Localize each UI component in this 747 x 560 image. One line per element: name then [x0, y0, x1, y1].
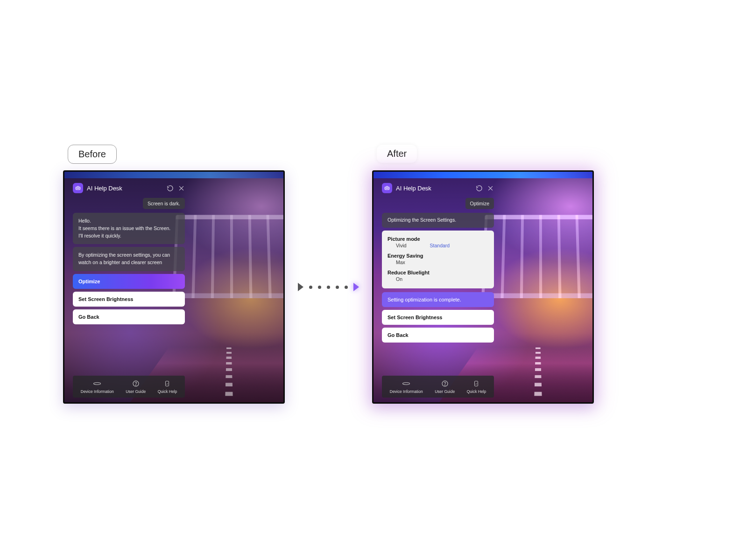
tv-after: AI Help Desk Optimize Optimizing the Scr… — [372, 170, 594, 404]
after-label: After — [377, 145, 417, 163]
refresh-icon[interactable] — [166, 184, 174, 192]
go-back-button[interactable]: Go Back — [73, 309, 185, 324]
setting-label: Energy Saving — [388, 253, 488, 259]
bot-icon — [382, 183, 392, 193]
complete-banner: Setting optimization is complete. — [382, 292, 494, 307]
device-info-icon — [402, 380, 410, 387]
user-message-row: Screen is dark. — [73, 198, 185, 209]
footer-label: Device Information — [81, 389, 114, 394]
footer-user-guide[interactable]: User Guide — [435, 380, 455, 394]
svg-point-12 — [444, 385, 445, 385]
footer-label: Quick Help — [467, 389, 486, 394]
before-label: Before — [68, 145, 117, 164]
user-message-row: Optimize — [382, 198, 494, 209]
footer-label: User Guide — [126, 389, 146, 394]
svg-point-8 — [386, 188, 387, 189]
assistant-message-1: Hello. It seems there is an issue with t… — [73, 213, 185, 244]
chevron-right-icon — [298, 283, 303, 291]
after-group: After AI Help Desk Optimize — [372, 170, 594, 404]
before-group: Before AI Help Desk Screen — [63, 170, 285, 404]
close-icon[interactable] — [177, 184, 185, 192]
svg-point-5 — [135, 385, 136, 385]
settings-card: Picture mode Vivid Standard Energy Savin… — [382, 231, 494, 288]
panel-footer: Device Information User Guide Quick Help — [73, 376, 185, 398]
svg-point-2 — [78, 188, 79, 189]
user-chip: Screen is dark. — [143, 198, 185, 209]
panel-header: AI Help Desk — [382, 183, 494, 193]
setting-value: On — [396, 276, 402, 282]
quick-help-icon — [163, 380, 171, 387]
panel-title: AI Help Desk — [396, 185, 472, 192]
setting-label: Picture mode — [388, 236, 488, 242]
svg-rect-0 — [76, 187, 80, 190]
tv-before: AI Help Desk Screen is dark. Hello. It s… — [63, 170, 285, 404]
setting-value-target: Standard — [430, 243, 450, 248]
go-back-button[interactable]: Go Back — [382, 328, 494, 343]
refresh-icon[interactable] — [475, 184, 483, 192]
footer-device-info[interactable]: Device Information — [390, 380, 423, 394]
footer-label: Device Information — [390, 389, 423, 394]
device-info-icon — [93, 380, 101, 387]
transition-arrow — [293, 283, 364, 291]
svg-rect-6 — [166, 381, 169, 386]
panel-title: AI Help Desk — [87, 185, 162, 192]
set-brightness-button[interactable]: Set Screen Brightness — [73, 292, 185, 307]
svg-point-9 — [388, 188, 388, 189]
svg-point-1 — [77, 188, 78, 189]
setting-label: Reduce Bluelight — [388, 270, 488, 275]
ai-help-desk-panel: AI Help Desk Optimize Optimizing the Scr… — [382, 183, 494, 345]
footer-quick-help[interactable]: Quick Help — [467, 380, 486, 394]
footer-label: Quick Help — [158, 389, 177, 394]
close-icon[interactable] — [486, 184, 494, 192]
footer-label: User Guide — [435, 389, 455, 394]
status-message: Optimizing the Screen Settings. — [382, 213, 494, 228]
panel-header: AI Help Desk — [73, 183, 185, 193]
set-brightness-button[interactable]: Set Screen Brightness — [382, 310, 494, 325]
footer-device-info[interactable]: Device Information — [81, 380, 114, 394]
setting-value-current: Vivid — [396, 243, 407, 248]
bot-icon — [73, 183, 83, 193]
help-circle-icon — [132, 380, 140, 387]
svg-point-3 — [94, 383, 101, 385]
setting-value: Max — [396, 259, 405, 265]
comparison-stage: Before AI Help Desk Screen — [63, 170, 594, 404]
footer-user-guide[interactable]: User Guide — [126, 380, 146, 394]
ai-help-desk-panel: AI Help Desk Screen is dark. Hello. It s… — [73, 183, 185, 327]
svg-rect-13 — [475, 381, 478, 386]
assistant-message-2: By optimizing the screen settings, you c… — [73, 247, 185, 271]
quick-help-icon — [472, 380, 480, 387]
footer-quick-help[interactable]: Quick Help — [158, 380, 177, 394]
svg-point-10 — [403, 383, 410, 385]
user-chip: Optimize — [465, 198, 494, 209]
optimize-button[interactable]: Optimize — [73, 274, 185, 289]
panel-footer: Device Information User Guide Quick Help — [382, 376, 494, 398]
chevron-right-icon — [353, 283, 359, 291]
help-circle-icon — [441, 380, 449, 387]
svg-rect-7 — [385, 187, 389, 190]
